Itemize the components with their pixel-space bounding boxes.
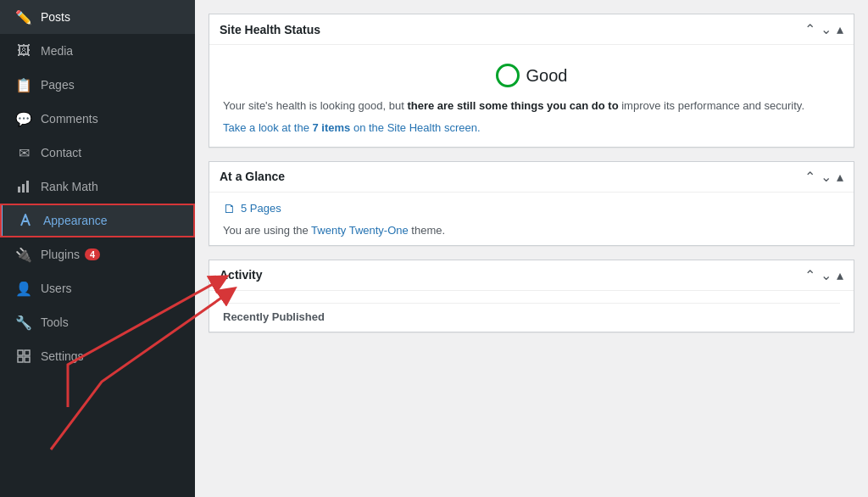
sidebar-item-posts-label: Posts [41, 10, 70, 24]
plugins-badge: 4 [85, 248, 100, 260]
pages-count: 5 Pages [241, 202, 281, 215]
pages-icon: 📋 [14, 75, 34, 95]
site-health-widget: Site Health Status ⌃ ⌄ ▴ Good Your site'… [209, 14, 854, 148]
sidebar-item-rank-math-label: Rank Math [41, 180, 98, 193]
sidebar-item-tools[interactable]: 🔧 Tools [0, 305, 195, 339]
users-icon: 👤 [14, 278, 34, 299]
activity-header: Activity ⌃ ⌄ ▴ [209, 260, 854, 291]
sidebar-item-users[interactable]: 👤 Users [0, 271, 195, 305]
sidebar-item-settings-label: Settings [41, 349, 84, 363]
glance-theme-prefix: You are using the [223, 224, 311, 237]
site-health-title: Site Health Status [220, 23, 320, 36]
posts-icon: ✏️ [14, 7, 34, 27]
at-a-glance-body: 🗋 5 Pages You are using the Twenty Twent… [209, 193, 854, 245]
sidebar-item-plugins[interactable]: 🔌 Plugins 4 [0, 237, 195, 271]
glance-theme-link[interactable]: Twenty Twenty-One [311, 224, 409, 237]
glance-theme: You are using the Twenty Twenty-One them… [223, 224, 840, 237]
sidebar-item-users-label: Users [41, 282, 72, 295]
activity-up-icon[interactable]: ⌃ [804, 267, 815, 283]
at-a-glance-header: At a Glance ⌃ ⌄ ▴ [209, 162, 854, 193]
svg-rect-2 [26, 181, 29, 193]
rank-math-icon [14, 176, 34, 197]
glance-theme-suffix: theme. [409, 224, 445, 237]
media-icon: 🖼 [14, 41, 34, 61]
tools-icon: 🔧 [14, 312, 34, 332]
main-content: Site Health Status ⌃ ⌄ ▴ Good Your site'… [195, 0, 868, 497]
sidebar-item-pages[interactable]: 📋 Pages [0, 68, 195, 102]
activity-body: Recently Published [209, 291, 854, 332]
minimize-icon[interactable]: ▴ [837, 21, 843, 37]
svg-rect-0 [18, 187, 20, 193]
comments-icon: 💬 [14, 109, 34, 129]
health-status: Good [223, 64, 840, 87]
health-circle-icon [496, 64, 520, 87]
sidebar-item-settings[interactable]: Settings [0, 339, 195, 373]
recently-published-label: Recently Published [223, 303, 840, 323]
pages-stat[interactable]: 🗋 5 Pages [223, 201, 281, 215]
site-health-controls: ⌃ ⌄ ▴ [804, 21, 843, 37]
sidebar-item-appearance[interactable]: Appearance Themes Customize Widgets Menu… [0, 204, 195, 237]
pages-stat-icon: 🗋 [223, 201, 236, 215]
sidebar-item-comments[interactable]: 💬 Comments [0, 102, 195, 136]
sidebar-item-contact[interactable]: ✉ Contact [0, 136, 195, 170]
contact-icon: ✉ [14, 142, 34, 163]
glance-minimize-icon[interactable]: ▴ [837, 169, 843, 185]
sidebar-item-comments-label: Comments [41, 112, 98, 126]
glance-down-icon[interactable]: ⌄ [821, 169, 832, 185]
sidebar-item-contact-label: Contact [41, 146, 81, 159]
sidebar-item-pages-label: Pages [41, 78, 75, 92]
svg-rect-6 [25, 357, 30, 362]
health-link[interactable]: Take a look at the 7 items on the Site H… [223, 121, 481, 134]
activity-down-icon[interactable]: ⌄ [821, 267, 832, 283]
sidebar-item-media[interactable]: 🖼 Media [0, 34, 195, 68]
site-health-body: Good Your site's health is looking good,… [209, 45, 854, 147]
sidebar-item-plugins-label: Plugins [41, 248, 80, 261]
collapse-down-icon[interactable]: ⌄ [821, 21, 832, 37]
sidebar-item-media-label: Media [41, 44, 73, 58]
activity-title: Activity [220, 268, 263, 282]
svg-rect-3 [18, 350, 23, 355]
sidebar-item-appearance-label: Appearance [43, 214, 108, 227]
at-a-glance-title: At a Glance [220, 170, 285, 183]
sidebar-item-posts[interactable]: ✏️ Posts [0, 0, 195, 34]
at-a-glance-widget: At a Glance ⌃ ⌄ ▴ 🗋 5 Pages You are usin… [209, 161, 854, 246]
appearance-icon [16, 210, 36, 231]
at-a-glance-controls: ⌃ ⌄ ▴ [804, 169, 843, 185]
health-description: Your site's health is looking good, but … [223, 98, 840, 114]
health-status-label: Good [526, 66, 568, 86]
svg-rect-1 [22, 184, 25, 193]
settings-icon [14, 346, 34, 366]
sidebar-item-tools-label: Tools [41, 316, 69, 329]
svg-rect-5 [18, 357, 23, 362]
svg-rect-4 [25, 350, 30, 355]
activity-controls: ⌃ ⌄ ▴ [804, 267, 843, 283]
collapse-up-icon[interactable]: ⌃ [804, 21, 815, 37]
glance-up-icon[interactable]: ⌃ [804, 169, 815, 185]
activity-widget: Activity ⌃ ⌄ ▴ Recently Published [209, 260, 854, 332]
plugins-icon: 🔌 [14, 244, 34, 265]
site-health-header: Site Health Status ⌃ ⌄ ▴ [209, 14, 854, 45]
glance-stats: 🗋 5 Pages [223, 201, 840, 215]
activity-minimize-icon[interactable]: ▴ [837, 267, 843, 283]
sidebar-item-rank-math[interactable]: Rank Math [0, 170, 195, 204]
sidebar: ✏️ Posts 🖼 Media 📋 Pages 💬 Comments ✉ Co… [0, 0, 195, 497]
